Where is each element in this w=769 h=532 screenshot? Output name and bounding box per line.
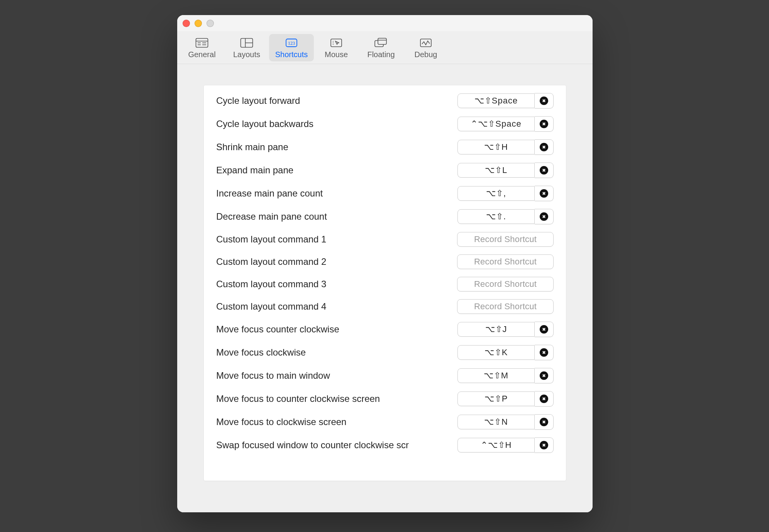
shortcut-recorder[interactable]: ⌥⇧M bbox=[457, 368, 535, 383]
shortcut-row: Increase main pane count⌥⇧, bbox=[204, 182, 566, 205]
close-icon bbox=[540, 97, 548, 105]
close-icon bbox=[540, 325, 548, 334]
tab-debug[interactable]: Debug bbox=[403, 34, 448, 61]
preferences-toolbar: General Layouts 123 bbox=[177, 32, 593, 64]
shortcut-value: ⌥⇧N bbox=[484, 417, 508, 427]
shortcut-control: ⌥⇧K bbox=[457, 345, 554, 360]
shortcut-control: Record Shortcut bbox=[457, 277, 554, 291]
shortcut-name: Move focus to counter clockwise screen bbox=[216, 393, 450, 404]
shortcut-recorder[interactable]: ⌥⇧K bbox=[457, 345, 535, 360]
shortcut-recorder[interactable]: ⌥⇧P bbox=[457, 391, 535, 406]
shortcut-recorder[interactable]: ⌥⇧N bbox=[457, 415, 535, 429]
tab-label: Shortcuts bbox=[275, 50, 308, 59]
tab-layouts[interactable]: Layouts bbox=[224, 34, 269, 61]
mouse-icon bbox=[330, 37, 343, 49]
shortcut-recorder[interactable]: ⌃⌥⇧Space bbox=[457, 117, 535, 131]
clear-shortcut-button[interactable] bbox=[535, 116, 554, 132]
shortcut-name: Cycle layout backwards bbox=[216, 119, 450, 129]
shortcut-name: Decrease main pane count bbox=[216, 211, 450, 222]
shortcut-row: Custom layout command 3Record Shortcut bbox=[204, 273, 566, 295]
tab-label: Floating bbox=[367, 50, 395, 59]
shortcut-recorder[interactable]: Record Shortcut bbox=[457, 232, 554, 247]
shortcut-row: Move focus clockwise⌥⇧K bbox=[204, 341, 566, 364]
shortcut-row: Custom layout command 1Record Shortcut bbox=[204, 228, 566, 251]
clear-shortcut-button[interactable] bbox=[535, 93, 554, 108]
shortcut-value: ⌥⇧L bbox=[485, 165, 507, 175]
clear-shortcut-button[interactable] bbox=[535, 139, 554, 155]
window-controls bbox=[183, 20, 214, 27]
minimize-window-button[interactable] bbox=[195, 20, 202, 27]
shortcut-name: Increase main pane count bbox=[216, 188, 450, 199]
preferences-content: Cycle layout forward⌥⇧SpaceCycle layout … bbox=[177, 64, 593, 512]
shortcut-control: ⌥⇧H bbox=[457, 139, 554, 155]
svg-text:123: 123 bbox=[288, 41, 295, 46]
shortcut-recorder[interactable]: Record Shortcut bbox=[457, 254, 554, 269]
clear-shortcut-button[interactable] bbox=[535, 414, 554, 430]
shortcut-row: Custom layout command 4Record Shortcut bbox=[204, 295, 566, 318]
clear-shortcut-button[interactable] bbox=[535, 345, 554, 360]
shortcut-recorder[interactable]: Record Shortcut bbox=[457, 299, 554, 314]
svg-point-13 bbox=[333, 42, 334, 43]
shortcut-control: ⌥⇧M bbox=[457, 368, 554, 383]
shortcut-control: Record Shortcut bbox=[457, 232, 554, 247]
shortcut-row: Move focus to counter clockwise screen⌥⇧… bbox=[204, 387, 566, 410]
shortcut-recorder[interactable]: ⌥⇧Space bbox=[457, 93, 535, 108]
shortcut-control: ⌥⇧P bbox=[457, 391, 554, 407]
shortcut-control: ⌥⇧. bbox=[457, 209, 554, 224]
shortcut-control: Record Shortcut bbox=[457, 254, 554, 269]
shortcut-control: ⌃⌥⇧H bbox=[457, 437, 554, 453]
close-window-button[interactable] bbox=[183, 20, 190, 27]
shortcut-recorder[interactable]: ⌃⌥⇧H bbox=[457, 438, 535, 452]
shortcut-row: Custom layout command 2Record Shortcut bbox=[204, 251, 566, 273]
shortcut-row: Expand main pane⌥⇧L bbox=[204, 159, 566, 182]
shortcut-name: Move focus to main window bbox=[216, 370, 450, 381]
shortcut-name: Custom layout command 3 bbox=[216, 279, 449, 290]
tab-mouse[interactable]: Mouse bbox=[314, 34, 359, 61]
shortcut-recorder[interactable]: ⌥⇧, bbox=[457, 186, 535, 201]
shortcut-name: Move focus counter clockwise bbox=[216, 324, 450, 335]
shortcut-recorder[interactable]: ⌥⇧L bbox=[457, 163, 535, 178]
clear-shortcut-button[interactable] bbox=[535, 368, 554, 383]
zoom-window-button[interactable] bbox=[207, 20, 214, 27]
svg-point-12 bbox=[333, 41, 334, 42]
tab-general[interactable]: General bbox=[180, 34, 224, 61]
svg-rect-16 bbox=[378, 38, 386, 44]
close-icon bbox=[540, 441, 548, 449]
clear-shortcut-button[interactable] bbox=[535, 322, 554, 337]
shortcut-control: Record Shortcut bbox=[457, 299, 554, 314]
shortcut-name: Custom layout command 4 bbox=[216, 301, 449, 312]
shortcut-value: ⌥⇧M bbox=[484, 371, 508, 381]
shortcut-value: ⌃⌥⇧Space bbox=[471, 119, 521, 129]
shortcut-value: ⌥⇧J bbox=[485, 324, 507, 334]
clear-shortcut-button[interactable] bbox=[535, 391, 554, 407]
shortcut-value: ⌥⇧, bbox=[486, 188, 506, 198]
clear-shortcut-button[interactable] bbox=[535, 209, 554, 224]
tab-label: General bbox=[188, 50, 215, 59]
tab-floating[interactable]: Floating bbox=[359, 34, 403, 61]
shortcut-control: ⌥⇧N bbox=[457, 414, 554, 430]
shortcut-name: Shrink main pane bbox=[216, 142, 450, 152]
close-icon bbox=[540, 371, 548, 380]
tab-shortcuts[interactable]: 123 Shortcuts bbox=[269, 34, 314, 61]
shortcut-name: Swap focused window to counter clockwise… bbox=[216, 440, 450, 451]
shortcut-row: Cycle layout forward⌥⇧Space bbox=[204, 89, 566, 112]
shortcut-value: Record Shortcut bbox=[474, 302, 537, 312]
shortcut-control: ⌥⇧Space bbox=[457, 93, 554, 108]
clear-shortcut-button[interactable] bbox=[535, 186, 554, 201]
shortcut-name: Move focus to clockwise screen bbox=[216, 417, 450, 427]
close-icon bbox=[540, 120, 548, 128]
floating-icon bbox=[374, 37, 388, 49]
clear-shortcut-button[interactable] bbox=[535, 437, 554, 453]
shortcut-value: Record Shortcut bbox=[474, 234, 537, 244]
shortcut-value: Record Shortcut bbox=[474, 257, 537, 267]
shortcut-row: Swap focused window to counter clockwise… bbox=[204, 434, 566, 457]
shortcut-row: Cycle layout backwards⌃⌥⇧Space bbox=[204, 112, 566, 136]
clear-shortcut-button[interactable] bbox=[535, 163, 554, 178]
shortcut-value: ⌥⇧Space bbox=[474, 96, 518, 106]
shortcut-recorder[interactable]: ⌥⇧H bbox=[457, 140, 535, 154]
shortcut-recorder[interactable]: ⌥⇧J bbox=[457, 322, 535, 337]
shortcut-recorder[interactable]: ⌥⇧. bbox=[457, 209, 535, 224]
close-icon bbox=[540, 189, 548, 198]
shortcut-recorder[interactable]: Record Shortcut bbox=[457, 277, 554, 291]
debug-icon bbox=[419, 37, 432, 49]
